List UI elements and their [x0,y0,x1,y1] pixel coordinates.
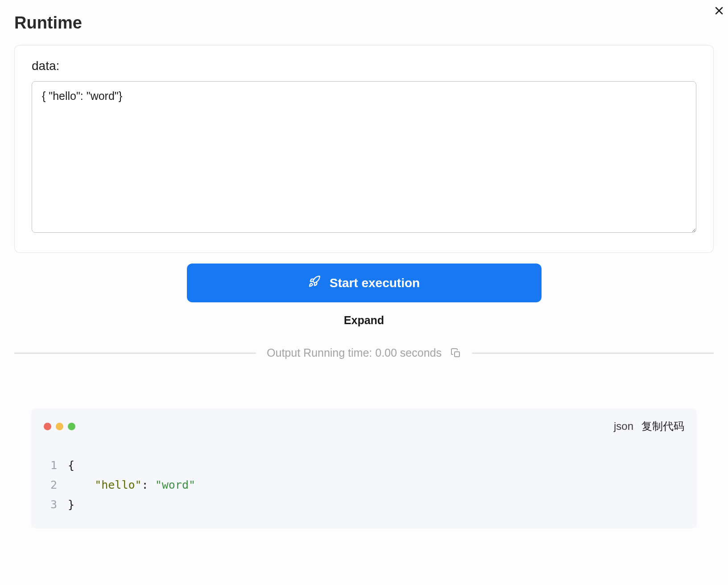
divider-right [472,353,714,354]
traffic-light-green-icon [68,423,75,430]
line-content: } [68,495,74,515]
code-line: 2 "hello": "word" [48,475,684,495]
start-execution-button[interactable]: Start execution [187,264,542,302]
page-title: Runtime [14,13,714,33]
close-icon [714,5,724,19]
line-content: "hello": "word" [68,475,195,495]
expand-button[interactable]: Expand [335,310,393,330]
start-execution-label: Start execution [330,276,420,290]
line-number: 3 [48,495,57,515]
code-language-label: json [614,420,633,433]
rocket-icon [308,275,321,291]
code-header: json 复制代码 [44,419,684,433]
code-meta: json 复制代码 [614,419,684,433]
data-label: data: [32,59,696,73]
traffic-light-red-icon [44,423,51,430]
traffic-lights [44,423,75,430]
svg-rect-2 [455,352,459,357]
copy-code-button[interactable]: 复制代码 [641,419,684,433]
code-output-panel: json 复制代码 1 { 2 "hello": "word" 3 } [31,408,697,528]
output-label-wrap: Output Running time: 0.00 seconds [267,346,461,359]
traffic-light-yellow-icon [56,423,63,430]
input-card: data: [14,45,714,253]
action-row: Start execution Expand [14,264,714,330]
line-number: 2 [48,475,57,495]
data-textarea[interactable] [32,81,696,233]
divider-left [14,353,256,354]
output-divider: Output Running time: 0.00 seconds [14,346,714,359]
output-running-time: Output Running time: 0.00 seconds [267,346,442,359]
copy-output-button[interactable] [451,348,461,358]
close-button[interactable] [714,5,724,18]
line-number: 1 [48,456,57,475]
code-body: 1 { 2 "hello": "word" 3 } [44,456,684,514]
code-line: 3 } [48,495,684,515]
code-line: 1 { [48,456,684,475]
line-content: { [68,456,74,475]
